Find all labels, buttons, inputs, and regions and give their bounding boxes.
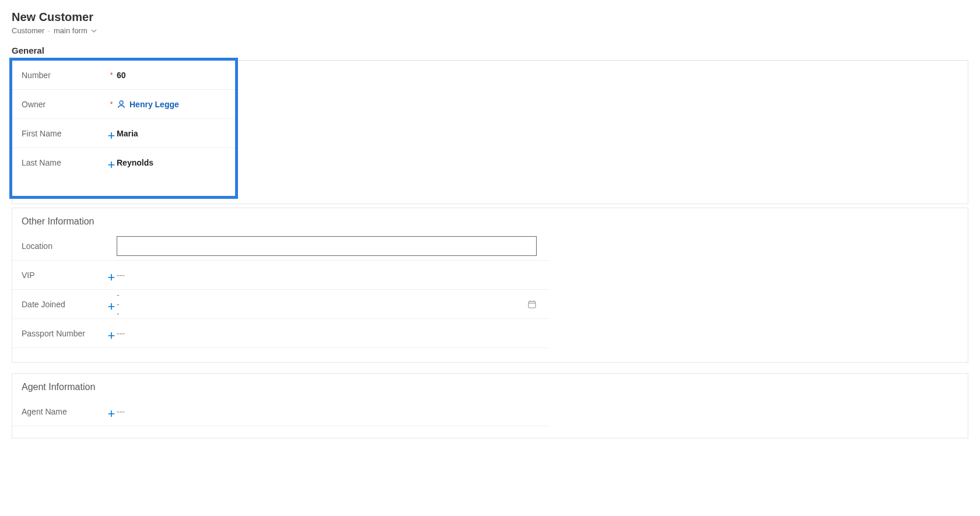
tab-general[interactable]: General	[12, 45, 44, 59]
field-row-owner: Owner * Henry Legge	[12, 90, 235, 119]
highlighted-general-fields: Number * 60 Owner * Henry Le	[9, 58, 238, 199]
form-selector[interactable]: Customer · main form	[12, 26, 968, 35]
first-name-value[interactable]: Maria	[117, 129, 226, 138]
section-other-information: Other Information Location VIP + --- Dat…	[12, 208, 968, 363]
vip-label: VIP	[22, 271, 106, 280]
recommended-indicator: +	[106, 274, 117, 281]
owner-label: Owner	[22, 100, 106, 109]
location-label: Location	[22, 241, 106, 251]
number-value[interactable]: 60	[117, 71, 226, 80]
svg-rect-1	[528, 301, 536, 308]
form-name: main form	[54, 26, 88, 35]
user-icon	[117, 100, 126, 109]
recommended-indicator: +	[106, 303, 117, 310]
recommended-indicator: +	[106, 162, 117, 169]
passport-value[interactable]: ---	[117, 329, 537, 338]
field-row-date-joined: Date Joined + ---	[12, 290, 549, 319]
number-label: Number	[22, 71, 106, 80]
page-title: New Customer	[12, 10, 968, 24]
passport-label: Passport Number	[22, 329, 106, 338]
field-row-number: Number * 60	[12, 61, 235, 90]
field-row-first-name: First Name + Maria	[12, 119, 235, 148]
date-joined-label: Date Joined	[22, 300, 106, 309]
location-input[interactable]	[117, 236, 537, 256]
field-row-location: Location	[12, 231, 549, 261]
field-row-vip: VIP + ---	[12, 261, 549, 290]
chevron-down-icon	[91, 28, 97, 34]
entity-label: Customer	[12, 26, 44, 35]
required-indicator: *	[106, 71, 117, 79]
required-indicator: *	[106, 100, 117, 108]
vip-value[interactable]: ---	[117, 271, 537, 280]
other-info-header: Other Information	[12, 208, 968, 231]
field-row-passport: Passport Number + ---	[12, 319, 549, 348]
first-name-label: First Name	[22, 129, 106, 138]
last-name-value[interactable]: Reynolds	[117, 158, 226, 167]
recommended-indicator: +	[106, 132, 117, 139]
field-row-last-name: Last Name + Reynolds	[12, 148, 235, 177]
agent-name-label: Agent Name	[22, 407, 106, 416]
date-joined-value[interactable]: ---	[117, 290, 120, 318]
owner-value[interactable]: Henry Legge	[117, 100, 226, 109]
svg-point-0	[120, 101, 123, 104]
last-name-label: Last Name	[22, 158, 106, 167]
owner-name: Henry Legge	[130, 100, 179, 109]
subtitle-separator: ·	[48, 26, 50, 35]
agent-name-value[interactable]: ---	[117, 407, 537, 416]
field-row-agent-name: Agent Name + ---	[12, 397, 549, 426]
recommended-indicator: +	[106, 410, 117, 417]
calendar-icon[interactable]	[527, 300, 537, 309]
agent-info-header: Agent Information	[12, 374, 968, 397]
recommended-indicator: +	[106, 332, 117, 339]
section-agent-information: Agent Information Agent Name + ---	[12, 373, 968, 438]
